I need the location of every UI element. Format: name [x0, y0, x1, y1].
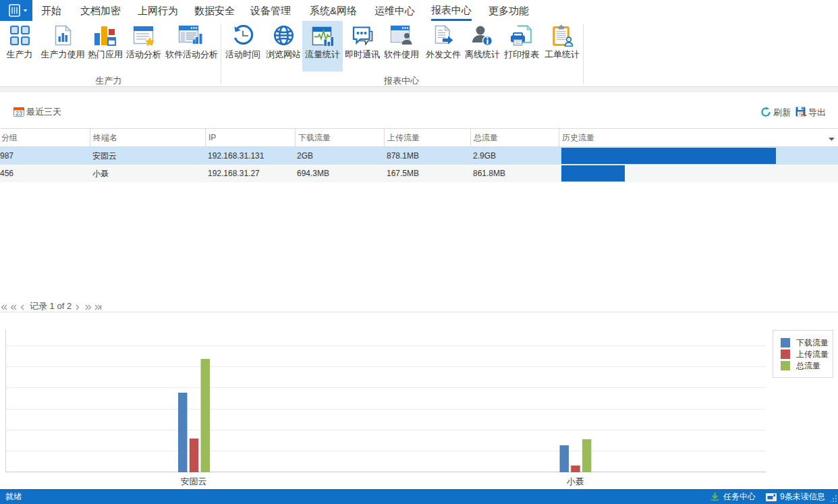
- svg-text:安固云: 安固云: [181, 476, 207, 486]
- svg-text:上传流量: 上传流量: [796, 349, 829, 359]
- svg-text:下载流量: 下载流量: [796, 338, 829, 347]
- svg-text:23: 23: [16, 110, 22, 117]
- svg-text:总流量: 总流量: [795, 361, 820, 370]
- svg-text:小聂: 小聂: [566, 476, 584, 486]
